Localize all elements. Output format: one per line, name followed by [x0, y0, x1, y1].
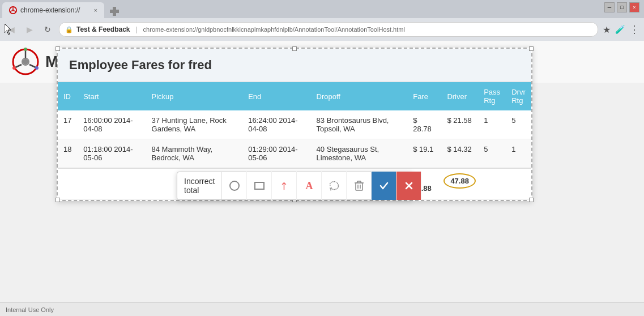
arrow-tool-icon: ↗ — [277, 178, 292, 193]
col-driver: Driver — [441, 82, 478, 110]
table-row: 18 01:18:00 2014-05-06 84 Mammoth Way, B… — [58, 139, 531, 169]
cancel-icon — [403, 180, 415, 191]
browser-toolbar-right: ★ 🧪 ⋮ — [603, 23, 639, 36]
window-controls: ─ □ × — [604, 2, 639, 12]
tab-label: chrome-extension:// — [20, 6, 80, 14]
bottom-bar: Internal Use Only — [0, 302, 644, 316]
circle-tool-icon — [229, 181, 240, 191]
cell-pickup-1: 84 Mammoth Way, Bedrock, WA — [146, 139, 243, 169]
cell-dropoff-1: 40 Stegasaurus St, Limestone, WA — [311, 139, 408, 169]
address-bar[interactable]: 🔒 Test & Feedback | chrome-extension://g… — [59, 22, 598, 37]
address-url: chrome-extension://gnldpbnocfnlkkicnaplm… — [143, 26, 405, 33]
close-button[interactable]: × — [629, 2, 639, 12]
cell-id-1: 18 — [58, 139, 78, 169]
rect-tool-icon — [254, 182, 265, 190]
bookmark-icon[interactable]: ★ — [603, 24, 611, 35]
svg-rect-7 — [110, 10, 119, 13]
address-separator: | — [135, 25, 137, 33]
cancel-button[interactable] — [396, 172, 421, 200]
col-fare: Fare — [407, 82, 441, 110]
col-pass-rtg: PassRtg — [478, 82, 506, 110]
cell-end-1: 01:29:00 2014-05-06 — [242, 139, 310, 169]
cell-dropoff-0: 83 Brontosaurus Blvd, Topsoil, WA — [311, 110, 408, 139]
confirm-button[interactable] — [372, 172, 396, 200]
cell-start-1: 01:18:00 2014-05-06 — [78, 139, 146, 169]
col-drvr-rtg: DrvrRtg — [506, 82, 531, 110]
address-label: Test & Feedback — [76, 25, 130, 33]
circle-tool-button[interactable] — [222, 172, 247, 200]
handle-tc[interactable] — [292, 46, 297, 51]
extension-icon[interactable]: 🧪 — [615, 25, 625, 34]
cell-driver-1: $ 14.32 — [441, 139, 478, 169]
forward-button[interactable]: ▶ — [23, 23, 36, 36]
new-tab-button[interactable] — [106, 5, 122, 18]
cell-fare-1: $ 19.1 — [407, 139, 441, 169]
cell-end-0: 16:24:00 2014-04-08 — [242, 110, 310, 139]
delete-icon — [354, 180, 364, 191]
handle-tl[interactable] — [56, 46, 60, 51]
fares-title-text: Employee Fares for fred — [69, 58, 212, 72]
tab-close-button[interactable]: × — [94, 7, 97, 14]
text-tool-button[interactable]: A — [297, 172, 322, 200]
col-id: ID — [58, 82, 78, 110]
svg-point-10 — [23, 59, 28, 65]
lock-icon: 🔒 — [65, 26, 73, 33]
cell-pickup-0: 37 Hunting Lane, Rock Gardens, WA — [146, 110, 243, 139]
fares-title: Employee Fares for fred — [58, 49, 531, 82]
lasso-tool-button[interactable] — [322, 172, 347, 200]
annotation-text: Incorrect total — [184, 177, 215, 195]
circled-total: 47.88 — [447, 176, 472, 186]
col-dropoff: Dropoff — [311, 82, 408, 110]
cell-drvr-rtg-1: 1 — [506, 139, 531, 169]
annotation-text-display: Incorrect total — [177, 172, 222, 199]
svg-line-4 — [10, 11, 12, 12]
lasso-tool-icon — [329, 181, 340, 191]
svg-rect-17 — [356, 183, 362, 190]
menu-icon[interactable]: ⋮ — [629, 23, 639, 36]
cell-start-0: 16:00:00 2014-04-08 — [78, 110, 146, 139]
cursor-pointer — [5, 24, 12, 35]
annotation-toolbar: Incorrect total ↗ A — [177, 172, 412, 200]
svg-point-14 — [24, 48, 27, 51]
tab-favicon — [9, 6, 17, 14]
cell-fare-0: $ 28.78 — [407, 110, 441, 139]
annotation-tools: ↗ A — [222, 172, 421, 199]
svg-point-16 — [35, 66, 39, 70]
cell-pass-rtg-0: 1 — [478, 110, 506, 139]
delete-button[interactable] — [347, 172, 372, 200]
arrow-tool-button[interactable]: ↗ — [272, 172, 297, 200]
confirm-icon — [378, 180, 390, 191]
refresh-button[interactable]: ↻ — [41, 23, 54, 36]
handle-br[interactable] — [529, 198, 534, 202]
cell-driver-0: $ 21.58 — [441, 110, 478, 139]
col-pickup: Pickup — [146, 82, 243, 110]
svg-point-2 — [12, 9, 14, 11]
col-end: End — [242, 82, 310, 110]
cell-pass-rtg-1: 5 — [478, 139, 506, 169]
maximize-button[interactable]: □ — [617, 2, 627, 12]
bottom-bar-text: Internal Use Only — [6, 306, 54, 313]
page-content: MYSHUTTLE.biz Employee Fares for fred ID… — [0, 41, 644, 316]
total-driver-circled: 47.88 — [441, 168, 478, 200]
svg-point-15 — [12, 66, 16, 70]
cell-drvr-rtg-0: 5 — [506, 110, 531, 139]
text-tool-icon: A — [305, 180, 313, 192]
rect-tool-button[interactable] — [247, 172, 272, 200]
minimize-button[interactable]: ─ — [604, 2, 615, 12]
svg-line-5 — [14, 11, 16, 12]
table-row: 17 16:00:00 2014-04-08 37 Hunting Lane, … — [58, 110, 531, 139]
active-tab[interactable]: chrome-extension:// × — [2, 2, 104, 18]
annotation-area: Employee Fares for fred ID Start Pickup … — [57, 48, 532, 201]
handle-tr[interactable] — [529, 46, 534, 51]
cell-id-0: 17 — [58, 110, 78, 139]
svg-marker-0 — [5, 24, 11, 35]
handle-bl[interactable] — [56, 198, 60, 202]
col-start: Start — [78, 82, 146, 110]
logo-wheel-icon — [11, 48, 40, 76]
table-header-row: ID Start Pickup End Dropoff Fare Driver … — [58, 82, 531, 110]
